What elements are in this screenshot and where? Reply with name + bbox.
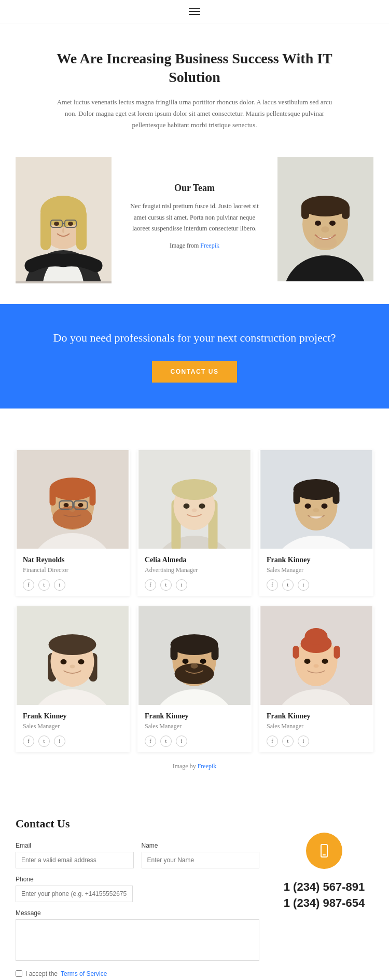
card-photo-2 xyxy=(137,450,252,549)
svg-rect-7 xyxy=(40,209,51,250)
team-card-celia-almeda: Celia Almeda Advertising Manager f t i xyxy=(137,450,252,596)
instagram-icon-6[interactable]: i xyxy=(298,736,309,747)
twitter-icon-1[interactable]: t xyxy=(38,579,50,591)
card-info-5: Frank Kinney Sales Manager f t i xyxy=(137,705,252,752)
hero-description: Amet luctus venenatis lectus magna fring… xyxy=(52,97,337,131)
svg-point-51 xyxy=(192,508,197,512)
svg-point-23 xyxy=(329,221,336,226)
contact-us-button[interactable]: CONTACT US xyxy=(152,361,238,383)
social-links-3: f t i xyxy=(267,579,366,591)
freepik-link[interactable]: Freepik xyxy=(200,242,219,249)
phone-group: Phone xyxy=(16,876,259,902)
svg-point-83 xyxy=(183,659,189,664)
instagram-icon-4[interactable]: i xyxy=(54,736,65,747)
twitter-icon-5[interactable]: t xyxy=(160,736,172,747)
svg-point-38 xyxy=(64,503,69,507)
svg-point-61 xyxy=(322,503,328,509)
svg-rect-21 xyxy=(342,203,350,219)
member-role-3: Sales Manager xyxy=(267,566,366,574)
facebook-icon-4[interactable]: f xyxy=(23,736,34,747)
instagram-icon-1[interactable]: i xyxy=(54,579,65,591)
card-info-3: Frank Kinney Sales Manager f t i xyxy=(259,549,373,596)
message-group: Message xyxy=(16,909,259,963)
form-row-email-name: Email Name xyxy=(16,842,259,868)
contact-section: Contact Us Email Name Phone Message xyxy=(0,796,389,980)
team-image-credit: Image from Freepik xyxy=(170,240,219,251)
team-card-frank-kinney-4: Frank Kinney Sales Manager f t i xyxy=(259,606,373,752)
svg-point-92 xyxy=(305,628,328,645)
email-input[interactable] xyxy=(16,852,134,868)
svg-point-32 xyxy=(50,478,95,500)
svg-point-39 xyxy=(78,503,84,507)
svg-point-48 xyxy=(172,479,217,500)
twitter-icon-3[interactable]: t xyxy=(282,579,294,591)
phone-icon xyxy=(316,842,332,859)
message-field-group: Message xyxy=(16,909,259,963)
message-textarea[interactable] xyxy=(16,919,259,961)
phone-number-2: 1 (234) 987-654 xyxy=(284,895,365,911)
facebook-icon-3[interactable]: f xyxy=(267,579,278,591)
social-links-4: f t i xyxy=(23,736,122,747)
hero-title: We Are Increasing Business Success With … xyxy=(52,49,337,87)
instagram-icon-2[interactable]: i xyxy=(176,579,187,591)
name-field-group: Name xyxy=(142,842,260,868)
instagram-icon-5[interactable]: i xyxy=(176,736,187,747)
card-info-4: Frank Kinney Sales Manager f t i xyxy=(16,705,130,752)
name-input[interactable] xyxy=(142,852,260,868)
svg-point-95 xyxy=(304,659,311,664)
svg-rect-93 xyxy=(293,646,299,659)
team-card-frank-kinney-3: Frank Kinney Sales Manager f t i xyxy=(137,606,252,752)
svg-rect-81 xyxy=(212,645,219,660)
svg-point-13 xyxy=(68,222,73,226)
phone-icon-circle xyxy=(306,833,342,869)
member-name-6: Frank Kinney xyxy=(267,712,366,720)
social-links-5: f t i xyxy=(145,736,244,747)
team-photo-left xyxy=(16,157,112,283)
facebook-icon-5[interactable]: f xyxy=(145,736,156,747)
terms-link[interactable]: Terms of Service xyxy=(61,970,107,977)
email-field-group: Email xyxy=(16,842,134,868)
team-photo-right xyxy=(277,157,373,283)
member-name-1: Nat Reynolds xyxy=(23,556,122,564)
member-role-1: Financial Director xyxy=(23,566,122,574)
twitter-icon-2[interactable]: t xyxy=(160,579,172,591)
svg-point-96 xyxy=(322,659,328,664)
cta-headline: Do you need professionals for your next … xyxy=(16,330,373,346)
svg-rect-8 xyxy=(76,209,87,250)
card-info-1: Nat Reynolds Financial Director f t i xyxy=(16,549,130,596)
message-label: Message xyxy=(16,909,259,917)
hamburger-menu[interactable] xyxy=(189,8,200,15)
member-role-6: Sales Manager xyxy=(267,723,366,730)
contact-title: Contact Us xyxy=(16,817,259,831)
social-links-6: f t i xyxy=(267,736,366,747)
member-role-5: Sales Manager xyxy=(145,723,244,730)
team-intro-description: Nec feugiat nisl pretium fusce id. Justo… xyxy=(127,201,262,234)
svg-point-12 xyxy=(54,222,59,226)
svg-point-49 xyxy=(184,503,190,509)
terms-text: I accept the xyxy=(25,970,58,977)
twitter-icon-6[interactable]: t xyxy=(282,736,294,747)
team-card-nat-reynolds: Nat Reynolds Financial Director f t i xyxy=(16,450,130,596)
phone-number-1: 1 (234) 567-891 xyxy=(284,879,365,895)
facebook-icon-1[interactable]: f xyxy=(23,579,34,591)
freepik-link-2[interactable]: Freepik xyxy=(198,763,217,770)
card-photo-3 xyxy=(259,450,373,549)
svg-rect-25 xyxy=(314,237,337,248)
facebook-icon-2[interactable]: f xyxy=(145,579,156,591)
social-links-2: f t i xyxy=(145,579,244,591)
phone-input[interactable] xyxy=(16,886,133,902)
email-label: Email xyxy=(16,842,134,849)
svg-rect-80 xyxy=(171,645,178,660)
team-row-2: Frank Kinney Sales Manager f t i xyxy=(16,606,373,752)
instagram-icon-3[interactable]: i xyxy=(298,579,309,591)
svg-rect-33 xyxy=(50,487,56,506)
svg-rect-58 xyxy=(294,489,300,504)
phone-field-group: Phone xyxy=(16,876,259,902)
facebook-icon-6[interactable]: f xyxy=(267,736,278,747)
svg-rect-94 xyxy=(334,646,340,659)
team-text-block: Our Team Nec feugiat nisl pretium fusce … xyxy=(112,157,277,283)
terms-checkbox[interactable] xyxy=(16,970,22,977)
twitter-icon-4[interactable]: t xyxy=(38,736,50,747)
svg-point-73 xyxy=(70,664,75,668)
svg-rect-59 xyxy=(333,489,340,504)
